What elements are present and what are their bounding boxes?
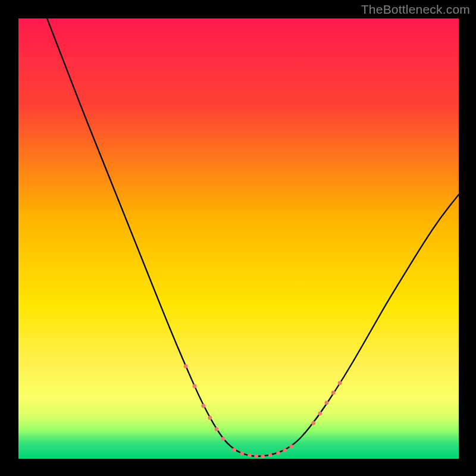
marker-dot	[254, 454, 258, 458]
marker-dot	[221, 437, 226, 441]
marker-dot	[268, 453, 273, 458]
marker-dot	[331, 391, 336, 395]
marker-dot	[193, 384, 197, 389]
marker-dot	[276, 451, 280, 455]
gradient-background	[18, 18, 459, 459]
plot-svg	[18, 18, 459, 459]
marker-dot	[338, 381, 342, 385]
marker-dot	[311, 421, 315, 425]
marker-dot	[208, 416, 212, 420]
marker-dot	[261, 455, 265, 459]
marker-dot	[318, 411, 322, 415]
marker-dot	[232, 448, 236, 452]
watermark-text: TheBottleneck.com	[361, 2, 470, 17]
marker-dot	[215, 427, 219, 431]
marker-dot	[283, 449, 287, 453]
marker-dot	[240, 452, 245, 456]
chart-stage: TheBottleneck.com	[0, 0, 476, 476]
marker-dot	[201, 404, 205, 408]
marker-dot	[248, 453, 252, 458]
marker-dot	[289, 444, 293, 449]
marker-dot	[184, 364, 188, 368]
marker-dot	[325, 401, 329, 405]
